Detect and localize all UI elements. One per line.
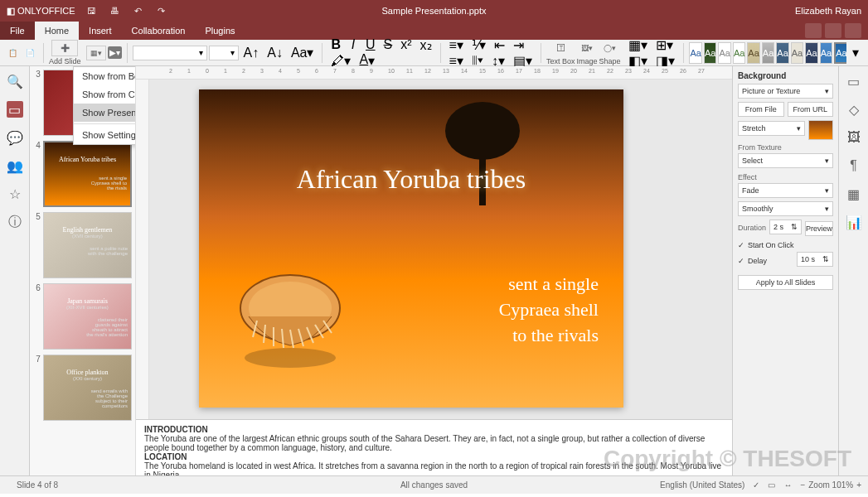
inc-indent-button[interactable]: ⇥ [510,37,527,52]
font-size-combo[interactable]: ▾ [209,46,239,60]
from-file-button[interactable]: From File [738,102,784,117]
underline-button[interactable]: U [362,37,379,52]
share-icon[interactable] [805,23,822,38]
theme-6[interactable]: Aa [776,42,788,64]
effect-combo[interactable]: Fade▾ [738,183,833,198]
apply-all-button[interactable]: Apply to All Slides [738,275,833,290]
ruler-horizontal[interactable]: 2101234567891011121314151617181920212223… [136,66,732,80]
font-family-combo[interactable]: ▾ [133,46,207,60]
slide-thumb-7[interactable]: 7Office plankton(XXI century)send emails… [33,355,132,421]
change-case-button[interactable]: Aa▾ [288,46,318,60]
undo-icon[interactable]: ↶ [132,4,145,17]
play-button[interactable]: ▶▾ [108,46,122,59]
theme-7[interactable]: Aa [791,42,803,64]
about-icon[interactable]: ⓘ [7,214,23,230]
fill-type-combo[interactable]: Picture or Texture▾ [738,84,833,99]
bullets-button[interactable]: ≡▾ [446,37,467,52]
effect-subtype-combo[interactable]: Smoothly▾ [738,201,833,216]
chat-icon[interactable]: 👥 [7,157,23,174]
preview-button[interactable]: Preview [805,221,833,236]
arrange-button[interactable]: ▦▾ [625,37,651,52]
user-name[interactable]: Elizabeth Rayan [795,6,861,16]
from-url-button[interactable]: From URL [788,102,834,117]
menu-collaboration[interactable]: Collaboration [122,22,196,40]
copy-button[interactable]: 📋 [5,46,21,60]
align-button[interactable]: ⊞▾ [652,37,676,52]
notes-panel[interactable]: INTRODUCTION The Yoruba are one of the l… [136,419,732,475]
zoom-out-button[interactable]: − [800,480,805,490]
fit-width-icon[interactable]: ↔ [783,480,792,490]
bold-button[interactable]: B [327,37,344,52]
theme-4[interactable]: Aa [747,42,759,64]
theme-5[interactable]: Aa [762,42,774,64]
theme-9[interactable]: Aa [820,42,832,64]
app-logo: ◧ ONLYOFFICE [7,6,75,17]
slides-panel: Show from BeginningShow from Current Sli… [30,66,136,475]
text-settings-icon[interactable]: ¶ [846,157,862,174]
duration-input[interactable]: 2 s⇅ [769,220,802,234]
menu-home[interactable]: Home [35,22,79,40]
slide-canvas[interactable]: African Yoruba tribes sent a singleCypra… [149,80,732,419]
slide-thumb-6[interactable]: 6Japan samurais(XII-XVII centuries)clatt… [33,283,132,350]
menu-file[interactable]: File [0,22,35,40]
dropdown-item-0[interactable]: Show from Beginning [74,67,136,85]
theme-0[interactable]: Aa [689,42,701,64]
theme-10[interactable]: Aa [834,42,846,64]
theme-2[interactable]: Aa [718,42,730,64]
ruler-vertical[interactable] [136,80,149,419]
redo-icon[interactable]: ↷ [155,4,168,17]
view-icon[interactable] [825,23,841,38]
add-slide-button[interactable]: ➕ [51,40,78,56]
text-box-button[interactable]: 🅃 [553,40,568,56]
zoom-level[interactable]: Zoom 101% [808,480,853,490]
slide-body-text[interactable]: sent a singleCypraea shellto the rivals [499,272,599,348]
menu-icon[interactable] [845,23,861,38]
chart-settings-icon[interactable]: 📊 [846,214,862,230]
strike-button[interactable]: S [381,37,396,52]
current-slide[interactable]: African Yoruba tribes sent a singleCypra… [199,89,623,408]
feedback-icon[interactable]: ☆ [7,186,23,202]
save-icon[interactable]: 🖫 [85,4,99,17]
image-settings-icon[interactable]: 🖼 [846,129,862,146]
stretch-combo[interactable]: Stretch▾ [738,121,805,136]
theme-1[interactable]: Aa [704,42,716,64]
fit-page-icon[interactable]: ▭ [768,480,775,490]
image-button[interactable]: 🖼▾ [578,40,596,56]
super-button[interactable]: x² [397,37,415,52]
slide-thumb-5[interactable]: 5English gentlemen(XVII century)sent a p… [33,212,132,278]
layout-button[interactable]: ▦▾ [86,46,106,60]
texture-combo[interactable]: Select▾ [738,153,833,168]
dec-indent-button[interactable]: ⇤ [491,37,508,52]
spellcheck-icon[interactable]: ✓ [753,480,759,490]
delay-input[interactable]: 10 s⇅ [797,252,833,267]
shape-button[interactable]: ◯▾ [600,40,619,56]
slides-icon[interactable]: ▭ [7,101,23,118]
start-on-click-check[interactable]: ✓ Start On Click [738,241,833,249]
table-settings-icon[interactable]: ▦ [846,186,862,202]
italic-button[interactable]: I [346,37,361,52]
theme-8[interactable]: Aa [805,42,817,64]
print-icon[interactable]: 🖶 [109,4,122,17]
delay-check[interactable]: ✓ Delay 10 s⇅ [738,252,833,270]
dropdown-item-1[interactable]: Show from Current Slide [74,85,136,104]
slide-settings-icon[interactable]: ▭ [846,73,862,89]
paste-button[interactable]: 📄 [22,46,38,60]
theme-more-button[interactable]: ▾ [848,46,863,60]
shape-settings-icon[interactable]: ◇ [846,101,862,118]
search-icon[interactable]: 🔍 [7,73,23,89]
language-selector[interactable]: English (United States) [660,480,744,490]
zoom-in-button[interactable]: + [856,480,861,490]
menu-plugins[interactable]: Plugins [195,22,245,40]
inc-font-button[interactable]: A↑ [240,46,263,60]
slide-thumb-4[interactable]: 4African Yoruba tribessent a single Cypr… [33,141,132,207]
theme-3[interactable]: Aa [733,42,745,64]
slide-title-text[interactable]: African Yoruba tribes [199,164,623,195]
right-rail: ▭ ◇ 🖼 ¶ ▦ 📊 [838,66,868,475]
dropdown-item-2[interactable]: Show Presenter View [74,104,136,122]
sub-button[interactable]: x₂ [417,37,435,52]
comments-icon[interactable]: 💬 [7,129,23,146]
menu-insert[interactable]: Insert [79,22,122,40]
dec-font-button[interactable]: A↓ [264,46,286,60]
numbering-button[interactable]: ⅟▾ [468,37,489,52]
dropdown-item-3[interactable]: Show Settings [74,126,136,144]
